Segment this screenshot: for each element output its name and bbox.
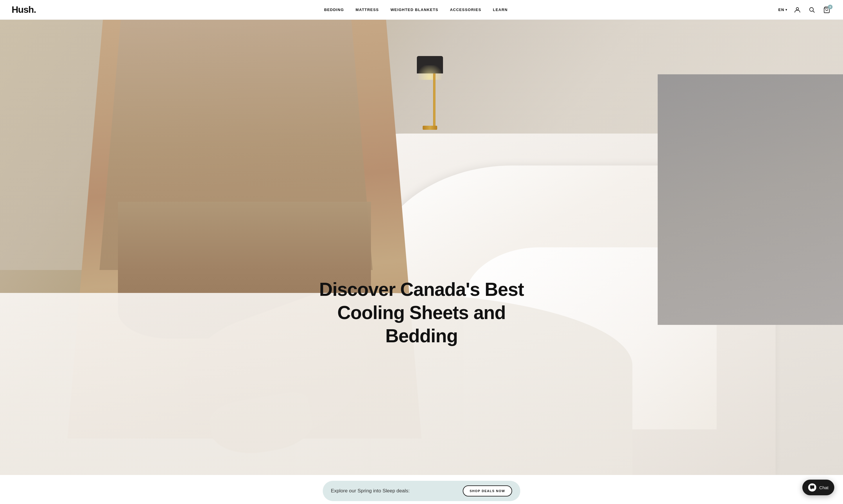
chat-bubble-icon bbox=[810, 485, 814, 490]
site-header: Hush. BEDDING MATTRESS WEIGHTED BLANKETS… bbox=[0, 0, 843, 20]
hero-background bbox=[0, 20, 843, 475]
nav-weighted-blankets[interactable]: WEIGHTED BLANKETS bbox=[390, 7, 438, 12]
search-icon bbox=[809, 7, 815, 13]
chat-widget[interactable]: Chat bbox=[802, 480, 834, 495]
cart-button[interactable]: 0 bbox=[822, 5, 831, 15]
account-icon bbox=[794, 7, 801, 13]
cart-badge: 0 bbox=[828, 5, 832, 9]
account-button[interactable] bbox=[793, 5, 802, 14]
nav-accessories[interactable]: ACCESSORIES bbox=[450, 7, 481, 12]
lamp-pole bbox=[433, 73, 436, 126]
chevron-down-icon: ▾ bbox=[786, 8, 787, 11]
main-nav: BEDDING MATTRESS WEIGHTED BLANKETS ACCES… bbox=[53, 7, 778, 12]
chat-icon-circle bbox=[808, 483, 816, 491]
hero-text-container: Discover Canada's Best Cooling Sheets an… bbox=[0, 278, 843, 347]
search-button[interactable] bbox=[808, 5, 816, 14]
lang-selector[interactable]: EN ▾ bbox=[778, 7, 787, 12]
nav-learn[interactable]: LEARN bbox=[493, 7, 508, 12]
svg-point-1 bbox=[810, 7, 813, 11]
chat-label: Chat bbox=[819, 485, 828, 490]
svg-point-0 bbox=[796, 7, 798, 10]
deals-text: Explore our Spring into Sleep deals: bbox=[331, 488, 456, 494]
svg-line-2 bbox=[813, 11, 815, 13]
shop-deals-button[interactable]: SHOP DEALS NOW bbox=[463, 485, 512, 497]
deals-pill: Explore our Spring into Sleep deals: SHO… bbox=[323, 481, 520, 501]
hero-section: Discover Canada's Best Cooling Sheets an… bbox=[0, 20, 843, 475]
site-logo[interactable]: Hush. bbox=[12, 4, 36, 15]
nav-bedding[interactable]: BEDDING bbox=[324, 7, 344, 12]
deals-banner-section: Explore our Spring into Sleep deals: SHO… bbox=[0, 475, 843, 504]
header-right: EN ▾ bbox=[778, 5, 831, 15]
hero-headline: Discover Canada's Best Cooling Sheets an… bbox=[305, 278, 538, 347]
nav-mattress[interactable]: MATTRESS bbox=[355, 7, 379, 12]
lang-label: EN bbox=[778, 7, 784, 12]
